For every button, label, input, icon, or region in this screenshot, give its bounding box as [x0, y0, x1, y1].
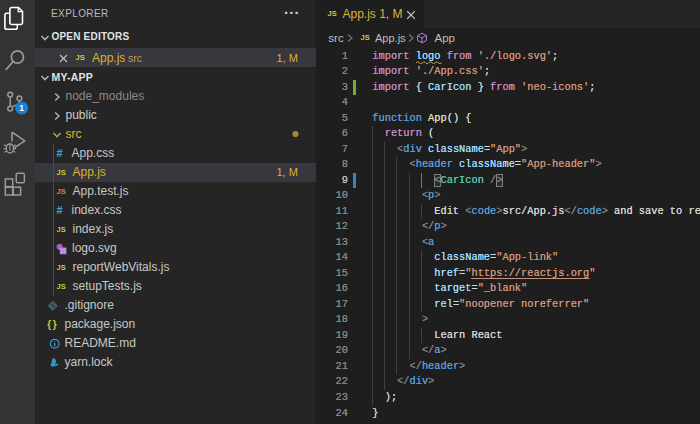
- svg-text:1: 1: [19, 103, 24, 113]
